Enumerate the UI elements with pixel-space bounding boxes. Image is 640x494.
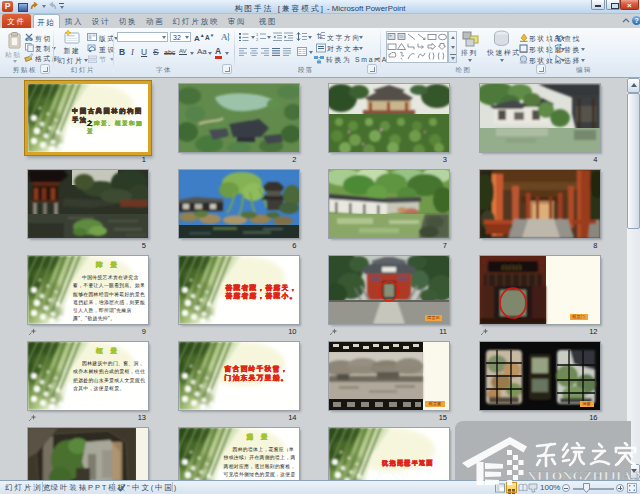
- svg-text:⇅: ⇅: [316, 32, 323, 41]
- svg-text:A: A: [221, 32, 228, 42]
- svg-text:口 口 口: 口 口 口: [502, 264, 522, 271]
- svg-text:2: 2: [256, 37, 259, 41]
